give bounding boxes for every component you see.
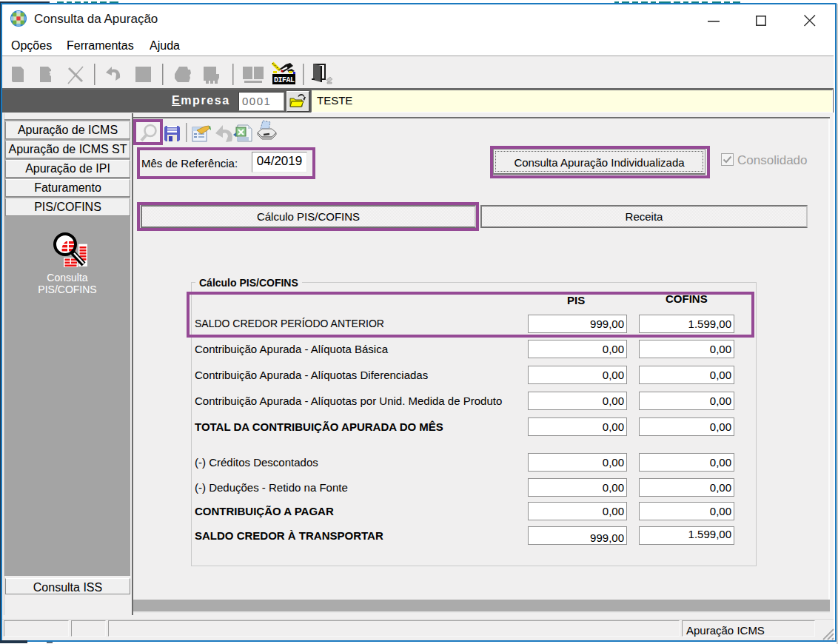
- svg-text:DIFAL: DIFAL: [274, 76, 295, 84]
